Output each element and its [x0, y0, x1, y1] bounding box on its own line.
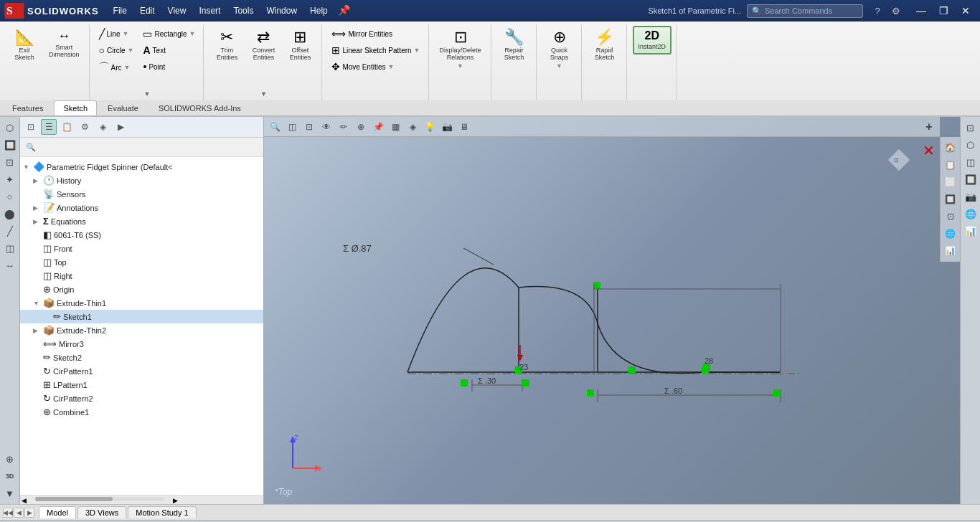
tree-combine1[interactable]: ⊕ Combine1	[20, 405, 263, 419]
quick-snaps-btn[interactable]: ⊕ QuickSnaps ▼	[542, 26, 577, 73]
search-input[interactable]	[765, 6, 858, 15]
rect-dropdown[interactable]: ▼	[189, 30, 196, 37]
right-icon-5[interactable]: 📷	[963, 189, 979, 204]
view-section-btn[interactable]: ◫	[284, 119, 300, 135]
right-icon-1[interactable]: ⊡	[963, 120, 979, 136]
tree-origin[interactable]: ⊕ Origin	[20, 283, 263, 296]
tab-evaluate[interactable]: Evaluate	[98, 100, 148, 115]
repair-sketch-btn[interactable]: 🔧 RepairSketch	[497, 26, 532, 65]
text-btn[interactable]: AText	[139, 42, 199, 58]
tree-extrude-thin2[interactable]: ▶ 📦 Extrude-Thin2	[20, 323, 263, 337]
tree-equations[interactable]: ▶ Σ Equations	[20, 214, 263, 228]
display-delete-relations-btn[interactable]: ⊡ Display/DeleteRelations ▼	[435, 26, 486, 73]
left-icon-down[interactable]: ▼	[2, 485, 18, 501]
view-camera-btn[interactable]: 📷	[439, 119, 455, 135]
left-icon-2[interactable]: 🔲	[2, 137, 18, 153]
linear-pattern-btn[interactable]: ⊞ Linear Sketch Pattern ▼	[328, 42, 423, 58]
panel-tree-icon[interactable]: ☰	[41, 119, 57, 135]
root-toggle[interactable]: ▼	[23, 163, 33, 171]
tree-cirpattern2[interactable]: ↻ CirPattern2	[20, 392, 263, 405]
orientation-cube[interactable]: ⊡	[881, 142, 917, 179]
extrude1-toggle[interactable]: ▼	[33, 300, 43, 307]
relations-dropdown[interactable]: ▼	[457, 62, 463, 70]
tree-sketch2[interactable]: ✏ Sketch2	[20, 351, 263, 364]
tab-model[interactable]: Model	[39, 506, 76, 518]
left-icon-expand[interactable]: ⊕	[2, 451, 18, 467]
tree-history[interactable]: ▶ 🕐 History	[20, 174, 263, 187]
right-icon-2[interactable]: ⬡	[963, 137, 979, 153]
rapid-sketch-btn[interactable]: ⚡ RapidSketch	[588, 26, 622, 65]
view-snap-btn[interactable]: 📌	[370, 119, 386, 135]
tree-mirror3[interactable]: ⟺ Mirror3	[20, 337, 263, 351]
convert-entities-btn[interactable]: ⇄ ConvertEntities	[246, 26, 281, 65]
view-hide-btn[interactable]: 👁	[319, 119, 334, 135]
tab-nav-prev[interactable]: ◀	[14, 508, 24, 518]
view-display-btn[interactable]: ⊡	[301, 119, 317, 135]
smart-dimension-btn[interactable]: ↔ SmartDimension	[44, 26, 85, 62]
right-globe-btn[interactable]: 🌐	[943, 226, 958, 242]
line-dropdown[interactable]: ▼	[122, 30, 128, 37]
extrude2-toggle[interactable]: ▶	[33, 327, 43, 334]
right-chart-btn[interactable]: 📊	[943, 243, 958, 259]
tree-front[interactable]: ◫ Front	[20, 242, 263, 255]
left-icon-5[interactable]: ○	[2, 189, 18, 204]
add-view-btn[interactable]: +	[921, 119, 937, 135]
move-dropdown[interactable]: ▼	[387, 63, 394, 70]
settings-btn[interactable]: ⚙	[887, 2, 905, 19]
tab-sketch[interactable]: Sketch	[54, 100, 97, 115]
history-toggle[interactable]: ▶	[33, 177, 43, 184]
exit-sketch-btn[interactable]: 📐 ExitSketch	[7, 26, 42, 65]
curve-right[interactable]	[519, 287, 702, 374]
view-grid-btn[interactable]: ▦	[387, 119, 403, 135]
tab-addins[interactable]: SOLIDWORKS Add-Ins	[149, 100, 250, 115]
annotations-toggle[interactable]: ▶	[33, 204, 43, 212]
maximize-btn[interactable]: ❐	[933, 4, 954, 18]
mirror-entities-btn[interactable]: ⟺ Mirror Entities	[328, 26, 423, 42]
circle-btn[interactable]: ○Circle ▼	[95, 42, 138, 58]
horizontal-scrollbar[interactable]	[35, 497, 164, 501]
panel-display-icon[interactable]: ◈	[95, 119, 110, 135]
tree-extrude-thin1[interactable]: ▼ 📦 Extrude-Thin1	[20, 296, 263, 310]
menu-tools[interactable]: Tools	[227, 3, 259, 19]
rect-btn[interactable]: ▭Rectangle ▼	[139, 26, 199, 42]
panel-prop-icon[interactable]: 📋	[59, 119, 75, 135]
left-icon-9[interactable]: ↔	[2, 257, 18, 273]
view-orient-btn[interactable]: 🔍	[267, 119, 283, 135]
trim-entities-btn[interactable]: ✂ TrimEntities	[209, 26, 244, 65]
tree-top[interactable]: ◫ Top	[20, 255, 263, 269]
left-icon-3[interactable]: ⊡	[2, 154, 18, 170]
tree-right[interactable]: ◫ Right	[20, 269, 263, 283]
tree-annotations[interactable]: ▶ 📝 Annotations	[20, 201, 263, 214]
close-panel-btn[interactable]: ✕	[923, 142, 935, 159]
right-icon-3[interactable]: ◫	[963, 154, 979, 170]
equations-toggle[interactable]: ▶	[33, 218, 43, 225]
filter-icon[interactable]: 🔍	[23, 139, 39, 155]
panel-config-icon[interactable]: ⚙	[77, 119, 93, 135]
menu-view[interactable]: View	[162, 3, 192, 19]
panel-filter-icon[interactable]: ⊡	[23, 119, 39, 135]
view-edit-btn[interactable]: ✏	[336, 119, 352, 135]
canvas[interactable]: 🔍 ◫ ⊡ 👁 ✏ ⊕ 📌 ▦ ◈ 💡 📷 🖥 +	[264, 117, 960, 504]
circle-dropdown[interactable]: ▼	[128, 47, 134, 54]
menu-file[interactable]: File	[108, 3, 133, 19]
tab-nav-first[interactable]: ◀◀	[3, 508, 13, 518]
help-btn[interactable]: ?	[869, 2, 886, 19]
tree-cirpattern1[interactable]: ↻ CirPattern1	[20, 364, 263, 378]
arc-left[interactable]	[407, 268, 519, 372]
view-light-btn[interactable]: 💡	[422, 119, 438, 135]
search-box[interactable]: 🔍	[747, 4, 863, 18]
tab-nav-next[interactable]: ▶	[24, 508, 34, 518]
instant2d-btn[interactable]: 2D Instant2D	[633, 26, 672, 54]
tree-material[interactable]: ◧ 6061-T6 (SS)	[20, 228, 263, 242]
tab-features[interactable]: Features	[3, 100, 52, 115]
scroll-right-arrow[interactable]: ▶	[173, 497, 178, 504]
tree-sensors[interactable]: 📡 Sensors	[20, 187, 263, 201]
scroll-left-arrow[interactable]: ◀	[22, 497, 27, 504]
left-icon-8[interactable]: ◫	[2, 240, 18, 256]
right-home-btn[interactable]: 🏠	[943, 140, 958, 156]
snaps-dropdown[interactable]: ▼	[556, 62, 562, 70]
menu-edit[interactable]: Edit	[134, 3, 161, 19]
close-btn[interactable]: ✕	[956, 4, 976, 18]
pattern-dropdown[interactable]: ▼	[414, 47, 420, 54]
pin-icon[interactable]: 📌	[335, 3, 353, 19]
